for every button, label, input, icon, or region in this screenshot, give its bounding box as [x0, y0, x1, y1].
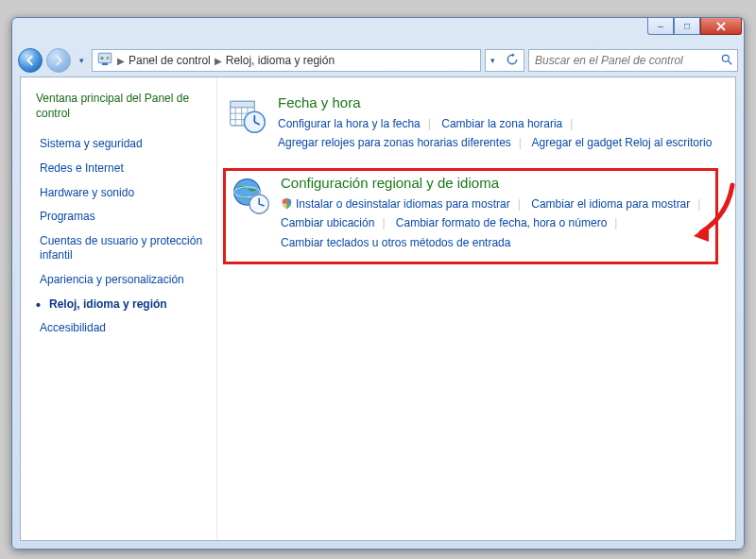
- sidebar: Ventana principal del Panel de control S…: [21, 77, 217, 540]
- titlebar: – □: [12, 18, 744, 44]
- search-box[interactable]: [528, 49, 738, 72]
- refresh-icon: [506, 53, 519, 69]
- task-link[interactable]: Cambiar teclados u otros métodos de entr…: [281, 236, 510, 249]
- sidebar-item[interactable]: Hardware y sonido: [36, 181, 207, 206]
- task-separator: |: [421, 117, 438, 130]
- task-link[interactable]: Cambiar formato de fecha, hora o número: [396, 216, 607, 229]
- search-icon: [720, 53, 733, 69]
- task-link[interactable]: Cambiar el idioma para mostrar: [531, 197, 690, 211]
- task-separator: |: [562, 117, 580, 130]
- svg-point-4: [722, 55, 729, 61]
- task-separator: |: [511, 136, 529, 149]
- control-panel-home-link[interactable]: Ventana principal del Panel de control: [36, 91, 207, 121]
- task-separator: |: [690, 197, 708, 211]
- svg-line-5: [729, 60, 732, 64]
- svg-point-3: [107, 57, 110, 59]
- svg-point-2: [101, 57, 104, 59]
- breadcrumb-root[interactable]: Panel de control: [129, 54, 211, 67]
- sidebar-item[interactable]: Programas: [36, 205, 207, 229]
- task-link[interactable]: Cambiar ubicación: [281, 216, 374, 229]
- task-separator: |: [607, 216, 625, 229]
- control-panel-icon: [96, 51, 113, 71]
- sidebar-item[interactable]: Apariencia y personalización: [36, 268, 207, 293]
- sidebar-item[interactable]: Sistema y seguridad: [36, 132, 207, 157]
- navigation-bar: ▾ ▶ Panel de control ▶ Reloj, idioma y r…: [12, 44, 744, 76]
- category-row: Configuración regional y de idiomaInstal…: [223, 168, 718, 264]
- category-row: Fecha y horaConfigurar la hora y la fech…: [223, 89, 718, 166]
- forward-button[interactable]: [46, 48, 71, 73]
- category-title[interactable]: Configuración regional y de idioma: [281, 175, 712, 191]
- task-link[interactable]: Configurar la hora y la fecha: [278, 117, 421, 130]
- globe-clock-icon: [230, 175, 271, 216]
- back-button[interactable]: [18, 48, 43, 73]
- nav-history-dropdown[interactable]: ▾: [75, 51, 88, 70]
- task-separator: |: [374, 216, 392, 229]
- sidebar-item[interactable]: Redes e Internet: [36, 157, 207, 181]
- maximize-button[interactable]: □: [674, 18, 700, 35]
- task-list: Instalar o desinstalar idiomas para most…: [281, 195, 712, 252]
- svg-rect-0: [98, 53, 112, 63]
- task-list: Configurar la hora y la fecha| Cambiar l…: [278, 114, 714, 153]
- minimize-button[interactable]: –: [647, 18, 674, 35]
- breadcrumb-sep-icon[interactable]: ▶: [215, 56, 222, 66]
- sidebar-item[interactable]: Accesibilidad: [36, 316, 207, 341]
- sidebar-item[interactable]: Reloj, idioma y región: [36, 293, 207, 317]
- chevron-down-icon: ▾: [490, 56, 495, 65]
- content-area: Ventana principal del Panel de control S…: [20, 76, 736, 541]
- close-button[interactable]: [700, 18, 742, 35]
- main-panel: Fecha y horaConfigurar la hora y la fech…: [217, 77, 735, 540]
- task-link[interactable]: Agregar el gadget Reloj al escritorio: [532, 136, 713, 149]
- refresh-dropdown[interactable]: ▾: [485, 49, 524, 72]
- task-link[interactable]: Instalar o desinstalar idiomas para most…: [281, 197, 510, 211]
- svg-rect-7: [231, 101, 255, 107]
- category-body: Fecha y horaConfigurar la hora y la fech…: [278, 94, 714, 153]
- clock-calendar-icon: [227, 94, 268, 136]
- svg-rect-1: [102, 62, 108, 64]
- category-title[interactable]: Fecha y hora: [278, 94, 714, 110]
- uac-shield-icon: [281, 196, 293, 209]
- address-bar[interactable]: ▶ Panel de control ▶ Reloj, idioma y reg…: [92, 49, 481, 72]
- category-body: Configuración regional y de idiomaInstal…: [281, 175, 712, 252]
- task-separator: |: [510, 197, 528, 211]
- control-panel-window: – □ ▾ ▶ Panel de control ▶ Reloj, idioma…: [11, 17, 745, 550]
- sidebar-item[interactable]: Cuentas de usuario y protección infantil: [36, 229, 207, 268]
- task-link[interactable]: Cambiar la zona horaria: [441, 117, 562, 130]
- breadcrumb-sep-icon[interactable]: ▶: [117, 56, 125, 66]
- task-link[interactable]: Agregar relojes para zonas horarias dife…: [278, 136, 511, 149]
- search-input[interactable]: [533, 53, 720, 68]
- breadcrumb-current[interactable]: Reloj, idioma y región: [226, 54, 335, 67]
